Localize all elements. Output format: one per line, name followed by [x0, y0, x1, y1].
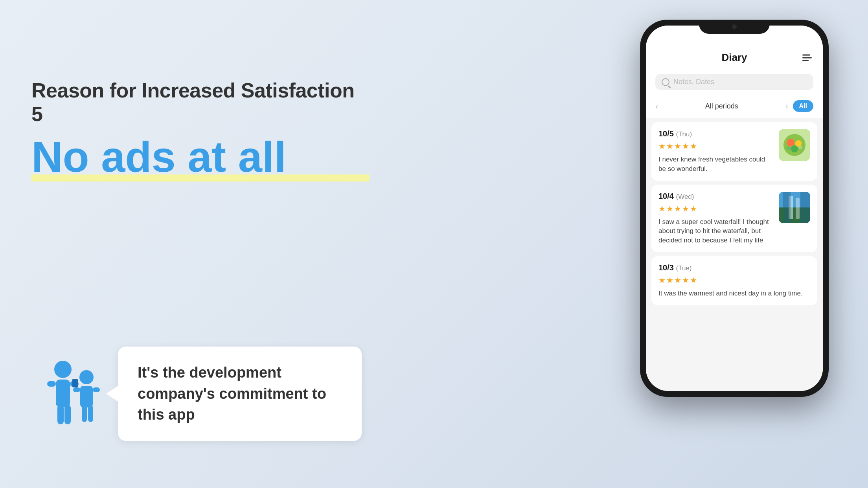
svg-point-14 [783, 134, 805, 156]
svg-point-7 [79, 370, 94, 384]
next-period-arrow[interactable]: › [785, 102, 788, 111]
svg-rect-12 [88, 405, 93, 422]
search-placeholder: Notes, Dates [673, 78, 714, 86]
phone-notch [699, 20, 770, 34]
svg-rect-10 [93, 387, 100, 392]
phone-screen: Diary Notes, Dates ‹ All periods › All [646, 26, 823, 391]
svg-rect-2 [47, 381, 56, 387]
waterfall-image [779, 192, 810, 223]
svg-rect-23 [796, 198, 800, 219]
svg-rect-25 [800, 192, 810, 223]
svg-point-16 [795, 140, 802, 147]
card-date-2: 10/4 (Wed) [658, 192, 773, 201]
screen-header: Diary [646, 45, 823, 70]
menu-line-3 [802, 60, 809, 61]
card-text-3: It was the warmest and nicest day in a l… [658, 289, 810, 298]
diary-entries: 10/5 (Thu) ★★★★★ I never knew fresh vege… [646, 118, 823, 391]
period-filter: ‹ All periods › All [646, 96, 823, 118]
svg-rect-24 [783, 192, 791, 223]
period-label: All periods [663, 102, 781, 110]
card-date-3: 10/3 (Tue) [658, 263, 810, 272]
diary-entry-2[interactable]: 10/4 (Wed) ★★★★★ I saw a super cool wate… [651, 185, 817, 252]
svg-rect-9 [73, 387, 80, 392]
card-image-2 [779, 192, 810, 223]
svg-rect-5 [64, 405, 71, 424]
search-icon [662, 78, 669, 86]
camera-dot [732, 24, 737, 29]
diary-entry-1[interactable]: 10/5 (Thu) ★★★★★ I never knew fresh vege… [651, 122, 817, 181]
svg-point-17 [791, 145, 798, 152]
svg-point-18 [786, 147, 791, 150]
search-bar: Notes, Dates [646, 70, 823, 96]
phone-frame: Diary Notes, Dates ‹ All periods › All [640, 20, 829, 397]
card-text-2: I saw a super cool waterfall! I thought … [658, 217, 773, 245]
card-date-1: 10/5 (Thu) [658, 129, 773, 138]
phone-container: Diary Notes, Dates ‹ All periods › All [640, 20, 837, 413]
svg-rect-11 [82, 405, 87, 422]
prev-period-arrow[interactable]: ‹ [655, 102, 658, 111]
speech-bubble: It's the development company's commitmen… [118, 347, 362, 441]
food-image [779, 129, 810, 161]
people-illustration [31, 354, 102, 433]
all-badge[interactable]: All [793, 100, 813, 112]
card-content-3: 10/3 (Tue) ★★★★★ It was the warmest and … [658, 263, 810, 298]
svg-rect-4 [57, 405, 64, 424]
card-stars-2: ★★★★★ [658, 204, 773, 213]
svg-point-0 [54, 361, 72, 378]
menu-icon[interactable] [802, 54, 812, 61]
card-stars-1: ★★★★★ [658, 141, 773, 151]
card-text-1: I never knew fresh vegetables could be s… [658, 155, 773, 174]
card-stars-3: ★★★★★ [658, 275, 810, 285]
card-content-2: 10/4 (Wed) ★★★★★ I saw a super cool wate… [658, 192, 773, 245]
svg-rect-1 [56, 380, 70, 407]
search-input-wrapper[interactable]: Notes, Dates [655, 74, 813, 90]
svg-rect-6 [72, 379, 78, 387]
svg-point-19 [798, 146, 802, 149]
bottom-section: It's the development company's commitmen… [31, 347, 362, 441]
svg-rect-8 [80, 386, 93, 407]
speech-text: It's the development company's commitmen… [138, 364, 326, 422]
menu-line-2 [802, 57, 812, 58]
menu-line-1 [802, 54, 810, 55]
subtitle: Reason for Increased Satisfaction 5 [31, 79, 370, 126]
svg-point-15 [787, 139, 794, 147]
screen-title: Diary [721, 51, 747, 64]
main-title: No ads at all [31, 135, 370, 178]
diary-entry-3[interactable]: 10/3 (Tue) ★★★★★ It was the warmest and … [651, 256, 817, 305]
card-image-1 [779, 129, 810, 161]
card-content-1: 10/5 (Thu) ★★★★★ I never knew fresh vege… [658, 129, 773, 174]
